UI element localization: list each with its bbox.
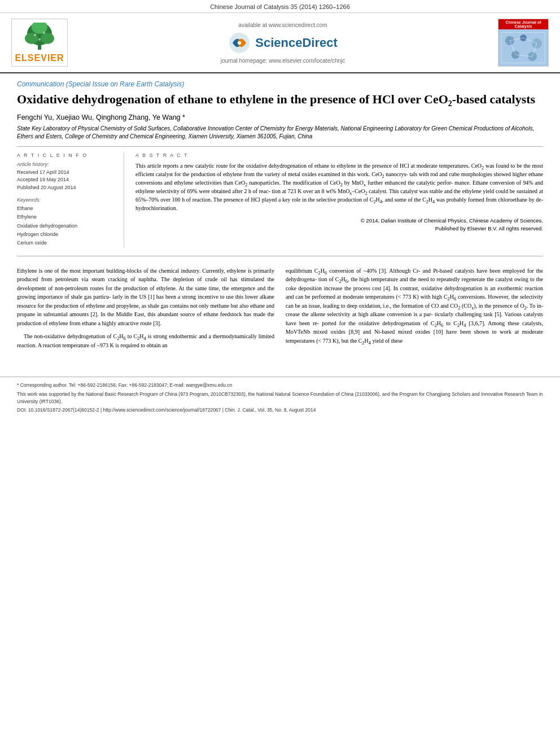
elsevier-brand-name: ELSEVIER (15, 53, 64, 63)
svg-line-17 (515, 55, 532, 56)
abstract-column: A B S T R A C T This article reports a n… (135, 152, 543, 248)
journal-thumb-title: Chinese Journal of Catalysis (498, 19, 548, 29)
svg-rect-9 (498, 29, 548, 66)
footer-doi: DOI: 10.1016/S1872-2067(14)60152-2 | htt… (17, 407, 543, 414)
copyright-text: © 2014, Dalian Institute of Chemical Phy… (135, 217, 543, 233)
journal-center-branding: available at www.sciencedirect.com Scien… (73, 19, 492, 67)
keyword-3: Oxidative dehydrogenation (17, 222, 117, 230)
received-date: Received 17 April 2014 (17, 169, 117, 177)
article-info-column: A R T I C L E I N F O Article history: R… (17, 152, 124, 248)
article-info-heading: A R T I C L E I N F O (17, 152, 117, 158)
svg-line-18 (510, 41, 515, 55)
svg-point-6 (43, 32, 45, 34)
article-affiliation: State Key Laboratory of Physical Chemist… (17, 125, 543, 141)
abstract-text: This article reports a new catalytic rou… (135, 161, 543, 212)
svg-point-11 (520, 34, 527, 41)
body-para-2: The non-oxidative dehydrogenation of C2H… (17, 332, 274, 350)
svg-point-8 (238, 41, 241, 45)
homepage-text: journal homepage: www.elsevier.com/locat… (221, 58, 345, 64)
keyword-2: Ethylene (17, 213, 117, 221)
svg-point-5 (34, 34, 36, 36)
body-right-column: equilibrium C2H6 conversion of ~40% [3].… (286, 267, 543, 355)
body-text-section: Ethylene is one of the most important bu… (17, 267, 543, 355)
elsevier-tree-icon (23, 23, 56, 51)
available-at-text: available at www.sciencedirect.com (238, 22, 327, 28)
svg-point-13 (511, 51, 519, 59)
sciencedirect-logo: ScienceDirect (228, 32, 338, 54)
published-date: Published 20 August 2014 (17, 184, 117, 192)
article-content: Communication (Special Issue on Rare Ear… (0, 73, 560, 365)
abstract-heading: A B S T R A C T (135, 152, 543, 158)
footer-notes: * Corresponding author. Tel: +86-592-218… (0, 377, 560, 420)
body-para-3: equilibrium C2H6 conversion of ~40% [3].… (286, 267, 543, 346)
svg-point-2 (25, 33, 38, 44)
keyword-4: Hydrogen chloride (17, 230, 117, 239)
svg-line-16 (523, 38, 537, 43)
svg-point-12 (532, 38, 542, 49)
footer-support: This work was supported by the National … (17, 391, 543, 405)
svg-line-15 (510, 38, 523, 41)
body-left-column: Ethylene is one of the most important bu… (17, 267, 274, 355)
journal-citation-bar: Chinese Journal of Catalysis 35 (2014) 1… (0, 0, 560, 13)
article-info-abstract-section: A R T I C L E I N F O Article history: R… (17, 152, 543, 248)
divider-2 (17, 256, 543, 256)
journal-citation: Chinese Journal of Catalysis 35 (2014) 1… (210, 3, 350, 10)
cover-art-icon (498, 29, 548, 66)
keyword-5: Cerium oxide (17, 239, 117, 247)
svg-point-3 (41, 33, 54, 44)
keyword-1: Ethane (17, 204, 117, 213)
elsevier-logo: ELSEVIER (11, 19, 68, 67)
article-history-label: Article history: (17, 161, 117, 167)
keywords-label: Keywords: (17, 197, 117, 203)
svg-point-14 (528, 52, 537, 61)
journal-header: ELSEVIER available at www.sciencedirect.… (0, 13, 560, 73)
article-category: Communication (Special Issue on Rare Ear… (17, 80, 543, 88)
sciencedirect-icon (228, 32, 251, 54)
svg-point-10 (505, 36, 514, 45)
journal-thumbnail: Chinese Journal of Catalysis (498, 19, 549, 67)
footer-corresponding: * Corresponding author. Tel: +86-592-218… (17, 382, 543, 389)
svg-line-19 (532, 43, 537, 56)
body-para-1: Ethylene is one of the most important bu… (17, 267, 274, 328)
sciencedirect-name: ScienceDirect (255, 36, 338, 50)
article-title: Oxidative dehydrogenation of ethane to e… (17, 91, 543, 108)
svg-point-7 (38, 38, 41, 41)
page: Chinese Journal of Catalysis 35 (2014) 1… (0, 0, 560, 747)
accepted-date: Accepted 19 May 2014 (17, 176, 117, 184)
article-authors: Fengchi Yu, Xuejiao Wu, Qinghong Zhang, … (17, 113, 543, 121)
journal-cover-image (498, 29, 548, 66)
divider-1 (17, 146, 543, 147)
